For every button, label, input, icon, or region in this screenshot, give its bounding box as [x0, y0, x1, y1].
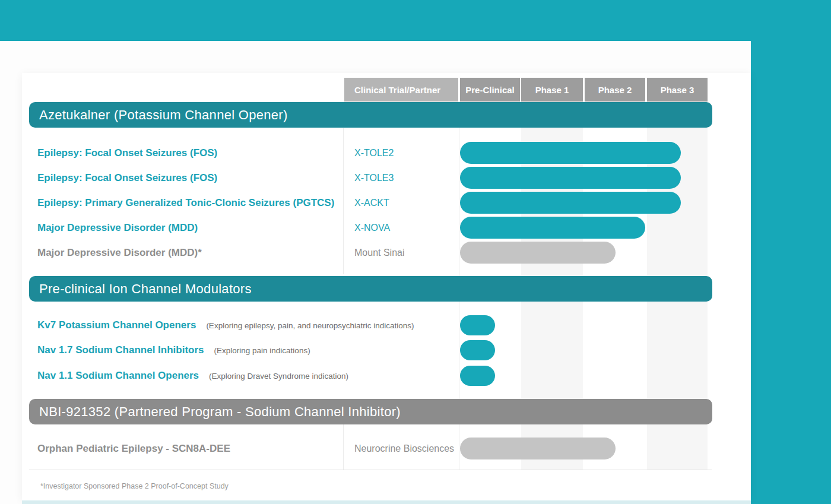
progress-bar	[460, 242, 616, 264]
progress-bar	[460, 340, 495, 360]
progress-bar	[460, 366, 495, 386]
program-note: (Exploring Dravet Syndrome indication)	[209, 372, 348, 381]
column-header-phase-3: Phase 3	[647, 78, 708, 102]
section-header-preclinical-modulators: Pre-clinical Ion Channel Modulators	[29, 276, 712, 302]
column-header-phase-1: Phase 1	[521, 78, 583, 102]
trial-label: X-TOLE2	[354, 141, 394, 166]
progress-bar	[460, 315, 495, 335]
progress-bar	[460, 217, 645, 239]
table-row: Kv7 Potassium Channel Openers(Exploring …	[0, 313, 751, 338]
trial-label: Mount Sinai	[354, 240, 405, 265]
indication-label: Epilepsy: Focal Onset Seizures (FOS)	[37, 166, 217, 191]
section-header-azetukalner: Azetukalner (Potassium Channel Opener)	[29, 102, 712, 128]
right-teal-band	[751, 41, 831, 504]
table-row: Epilepsy: Focal Onset Seizures (FOS) X-T…	[0, 166, 751, 191]
program-label: Kv7 Potassium Channel Openers(Exploring …	[37, 313, 414, 338]
section-header-nbi-921352: NBI-921352 (Partnered Program - Sodium C…	[29, 399, 712, 424]
trial-label: X-TOLE3	[354, 166, 394, 191]
program-name: Kv7 Potassium Channel Openers	[37, 319, 196, 331]
program-label: Nav 1.1 Sodium Channel Openers(Exploring…	[37, 363, 348, 388]
progress-bar	[460, 142, 681, 164]
pipeline-page: Clinical Trial/Partner Pre-Clinical Phas…	[0, 0, 831, 504]
program-note: (Exploring epilepsy, pain, and neuropsyc…	[206, 321, 414, 330]
table-row: Major Depressive Disorder (MDD)* Mount S…	[0, 240, 751, 265]
indication-label: Major Depressive Disorder (MDD)*	[37, 240, 202, 265]
progress-bar	[460, 192, 681, 214]
table-row: Orphan Pediatric Epilepsy - SCN8A-DEE Ne…	[0, 436, 751, 461]
table-row: Nav 1.7 Sodium Channel Inhibitors(Explor…	[0, 338, 751, 363]
indication-label: Epilepsy: Primary Generalized Tonic-Clon…	[37, 191, 334, 215]
progress-bar	[460, 167, 681, 189]
progress-bar	[460, 438, 616, 459]
bottom-teal-strip	[22, 500, 751, 504]
trial-label: X-ACKT	[354, 191, 389, 215]
indication-label: Epilepsy: Focal Onset Seizures (FOS)	[37, 141, 217, 166]
top-teal-band	[0, 0, 831, 41]
table-row: Major Depressive Disorder (MDD) X-NOVA	[0, 215, 751, 240]
indication-label: Orphan Pediatric Epilepsy - SCN8A-DEE	[37, 436, 230, 461]
table-row: Epilepsy: Focal Onset Seizures (FOS) X-T…	[0, 141, 751, 166]
program-note: (Exploring pain indications)	[214, 346, 310, 355]
column-header-trial-partner: Clinical Trial/Partner	[344, 78, 458, 102]
footnote-divider	[29, 470, 712, 470]
program-name: Nav 1.1 Sodium Channel Openers	[37, 370, 199, 381]
program-name: Nav 1.7 Sodium Channel Inhibitors	[37, 344, 204, 356]
footnote-text: *Investigator Sponsored Phase 2 Proof-of…	[40, 482, 229, 490]
column-header-pre-clinical: Pre-Clinical	[460, 78, 520, 102]
column-header-phase-2: Phase 2	[585, 78, 645, 102]
program-label: Nav 1.7 Sodium Channel Inhibitors(Explor…	[37, 338, 310, 363]
indication-label: Major Depressive Disorder (MDD)	[37, 215, 198, 240]
partner-label: Neurocrine Biosciences	[354, 436, 454, 461]
trial-label: X-NOVA	[354, 215, 390, 240]
table-row: Nav 1.1 Sodium Channel Openers(Exploring…	[0, 363, 751, 388]
table-row: Epilepsy: Primary Generalized Tonic-Clon…	[0, 191, 751, 215]
